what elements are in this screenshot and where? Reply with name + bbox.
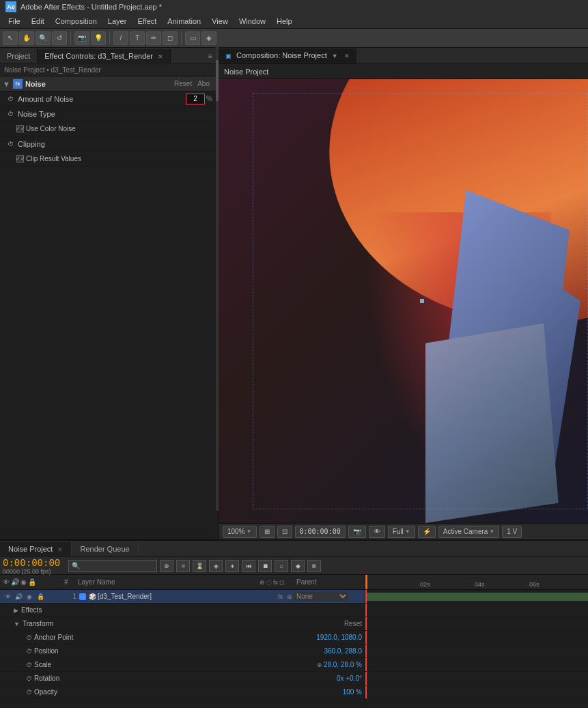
layer-1-color bbox=[79, 593, 86, 600]
tool-extra[interactable]: ◈ bbox=[201, 31, 216, 45]
tl-btn-10[interactable]: ⊗ bbox=[307, 560, 321, 572]
opacity-value[interactable]: 100 % bbox=[343, 688, 362, 696]
menu-help[interactable]: Help bbox=[271, 16, 298, 27]
amount-of-noise-input[interactable] bbox=[186, 94, 205, 104]
menu-view[interactable]: View bbox=[206, 16, 234, 27]
tool-select[interactable]: ↖ bbox=[3, 31, 18, 45]
kf-anchor-playhead bbox=[365, 631, 367, 644]
tab-effect-controls[interactable]: Effect Controls: d3_Test_Render ✕ bbox=[38, 49, 171, 63]
scale-stopwatch-icon[interactable]: ⏱ bbox=[25, 661, 33, 669]
stopwatch-icon[interactable]: ⏱ bbox=[5, 94, 15, 104]
snapshot-btn[interactable]: 📷 bbox=[348, 526, 366, 538]
effect-reset-btn[interactable]: Reset bbox=[174, 80, 192, 87]
tool-pen[interactable]: / bbox=[113, 31, 128, 45]
tl-btn-6[interactable]: ⏮ bbox=[242, 560, 255, 572]
menu-composition[interactable]: Composition bbox=[50, 16, 102, 27]
anchor-point-row: ⏱ Anchor Point 1920.0, 1080.0 bbox=[0, 631, 365, 645]
fast-preview-btn[interactable]: ⚡ bbox=[418, 526, 436, 538]
tl-btn-5[interactable]: ♦ bbox=[225, 560, 239, 572]
tool-eraser[interactable]: ◻ bbox=[163, 31, 178, 45]
noise-type-stopwatch-icon[interactable]: ⏱ bbox=[5, 109, 15, 119]
camera-dropdown[interactable]: Active Camera ▼ bbox=[438, 526, 500, 538]
clipping-label: Clipping bbox=[18, 140, 212, 148]
show-channel-btn[interactable]: 👁 bbox=[369, 526, 385, 538]
use-color-noise-label: Use Color Noise bbox=[26, 125, 76, 132]
fit-to-comp-btn[interactable]: ⊞ bbox=[260, 526, 275, 538]
zoom-control[interactable]: 100% ▼ bbox=[223, 526, 257, 538]
position-value[interactable]: 360.0, 288.0 bbox=[324, 647, 362, 655]
grid-btn[interactable]: ⊡ bbox=[277, 526, 292, 538]
comp-tab-dropdown-icon[interactable]: ▼ bbox=[332, 53, 338, 59]
tl-btn-7[interactable]: ⏹ bbox=[258, 560, 272, 572]
tl-btn-4[interactable]: ◈ bbox=[209, 560, 223, 572]
layer-row-1[interactable]: 👁 🔊 ◉ 🔒 1 🎲 [d3_Test_Render] fx ⊕ None bbox=[0, 590, 365, 604]
kf-transform-playhead bbox=[365, 617, 367, 630]
menu-animation[interactable]: Animation bbox=[162, 16, 206, 27]
tl-btn-1[interactable]: ⊕ bbox=[160, 560, 173, 572]
use-color-noise-checkbox[interactable]: ✓ bbox=[16, 125, 24, 132]
scale-row: ⏱ Scale ⊕ 28.0, 28.0 % bbox=[0, 658, 365, 672]
transform-toggle[interactable]: ▼ bbox=[14, 621, 20, 627]
layer-1-audio[interactable]: 🔊 bbox=[14, 592, 23, 601]
tl-btn-8[interactable]: ⌂ bbox=[275, 560, 288, 572]
amount-of-noise-row: ⏱ Amount of Noise % bbox=[0, 91, 218, 107]
layer-1-parent-select[interactable]: None bbox=[294, 592, 348, 601]
menu-file[interactable]: File bbox=[3, 16, 26, 27]
clip-result-values-label: Clip Result Values bbox=[26, 155, 81, 162]
effects-toggle[interactable]: ▶ bbox=[14, 607, 18, 614]
clip-result-values-checkbox-label[interactable]: ✓ Clip Result Values bbox=[16, 155, 81, 162]
tool-rotate[interactable]: ↺ bbox=[52, 31, 67, 45]
kf-playhead bbox=[365, 590, 367, 603]
solo-icon-header: ◉ bbox=[20, 578, 27, 586]
tool-hand[interactable]: ✋ bbox=[19, 31, 34, 45]
comp-tab-noise-project[interactable]: ▣ Composition: Noise Project ▼ ✕ bbox=[219, 48, 356, 63]
menu-layer[interactable]: Layer bbox=[102, 16, 132, 27]
layer-1-solo[interactable]: ◉ bbox=[25, 592, 34, 601]
transform-reset[interactable]: Reset bbox=[344, 620, 362, 627]
tab-effect-controls-close[interactable]: ✕ bbox=[158, 53, 163, 60]
transform-row: ▼ Transform Reset bbox=[0, 617, 365, 631]
use-color-noise-checkbox-label[interactable]: ✓ Use Color Noise bbox=[16, 125, 76, 132]
layer-1-eye[interactable]: 👁 bbox=[3, 592, 12, 601]
position-stopwatch-icon[interactable]: ⏱ bbox=[25, 647, 33, 655]
comp-tab-close[interactable]: ✕ bbox=[344, 53, 350, 59]
tl-btn-3[interactable]: ⌛ bbox=[193, 560, 206, 572]
noise-project-tab-close[interactable]: ✕ bbox=[57, 546, 63, 553]
anchor-point-value[interactable]: 1920.0, 1080.0 bbox=[316, 634, 362, 641]
anchor-point-label: Anchor Point bbox=[34, 634, 316, 641]
menu-edit[interactable]: Edit bbox=[26, 16, 50, 27]
quality-dropdown[interactable]: Full ▼ bbox=[388, 526, 415, 538]
opacity-stopwatch-icon[interactable]: ⏱ bbox=[25, 688, 33, 696]
layer-1-parent: None bbox=[294, 592, 362, 601]
menu-effect[interactable]: Effect bbox=[132, 16, 162, 27]
layer-1-lock[interactable]: 🔒 bbox=[36, 592, 45, 601]
extra-view-btn[interactable]: 1 V bbox=[502, 526, 522, 538]
tab-project[interactable]: Project bbox=[0, 49, 38, 63]
rotation-value[interactable]: 0x +0.0° bbox=[337, 675, 362, 682]
effect-toggle[interactable]: ▼ bbox=[3, 80, 10, 88]
bottom-area: Noise Project ✕ Render Queue 0:00:00:00 … bbox=[0, 539, 588, 708]
opacity-row: ⏱ Opacity 100 % bbox=[0, 685, 365, 699]
tl-btn-2[interactable]: ≡ bbox=[176, 560, 190, 572]
tool-light[interactable]: 💡 bbox=[91, 31, 106, 45]
layer-duration-bar bbox=[365, 593, 588, 601]
tool-zoom[interactable]: 🔍 bbox=[36, 31, 51, 45]
menu-window[interactable]: Window bbox=[234, 16, 271, 27]
timeline-search[interactable] bbox=[68, 560, 157, 572]
tool-camera[interactable]: 📷 bbox=[74, 31, 89, 45]
time-ruler[interactable]: 02s 04s 06s bbox=[365, 575, 588, 590]
tl-btn-9[interactable]: ◆ bbox=[291, 560, 305, 572]
rotation-stopwatch-icon[interactable]: ⏱ bbox=[25, 675, 33, 683]
timeline-body: 👁 🔊 ◉ 🔒 # Layer Name ⊕ ◌ fx ◻ Parent bbox=[0, 575, 588, 708]
tool-shape[interactable]: ▭ bbox=[185, 31, 200, 45]
tab-render-queue[interactable]: Render Queue bbox=[72, 542, 138, 556]
kf-effects-playhead bbox=[365, 604, 367, 617]
scale-value[interactable]: 28.0, 28.0 % bbox=[324, 661, 362, 668]
app-icon: Ae bbox=[5, 1, 16, 12]
clip-result-values-checkbox[interactable]: ✓ bbox=[16, 155, 24, 162]
anchor-stopwatch-icon[interactable]: ⏱ bbox=[25, 634, 33, 642]
clipping-stopwatch-icon[interactable]: ⏱ bbox=[5, 139, 15, 149]
tool-text[interactable]: T bbox=[130, 31, 145, 45]
tool-brush[interactable]: ✏ bbox=[146, 31, 161, 45]
tab-noise-project[interactable]: Noise Project ✕ bbox=[0, 542, 72, 556]
